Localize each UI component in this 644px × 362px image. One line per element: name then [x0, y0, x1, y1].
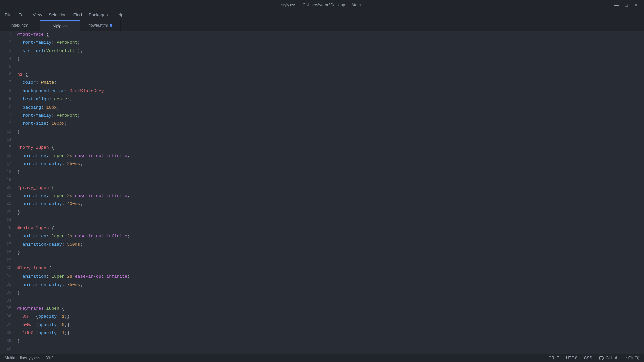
- code-line-32: 32 animation-delay: 750ms;: [0, 281, 322, 289]
- code-line-5: 5: [0, 64, 322, 71]
- code-line-11: 11 font-family: VeroFont;: [0, 112, 322, 120]
- code-line-4: 4 }: [0, 55, 322, 63]
- tab-flower-html[interactable]: flower.html: [80, 20, 121, 31]
- editor-pane-right: [322, 31, 644, 354]
- status-line-ending[interactable]: CRLF: [547, 355, 560, 361]
- status-cursor-position[interactable]: 39:2: [44, 355, 55, 361]
- tab-label-flower-html: flower.html: [89, 23, 108, 28]
- menu-edit[interactable]: Edit: [15, 11, 29, 19]
- status-git[interactable]: ↑ Git (0): [624, 355, 641, 361]
- status-github[interactable]: GitHub: [598, 355, 620, 361]
- code-area: 1 @font-face { 2 font-family: VeroFont; …: [0, 31, 322, 354]
- code-line-35: 35 @keyframes lupen {: [0, 305, 322, 313]
- editor-pane-left[interactable]: 1 @font-face { 2 font-family: VeroFont; …: [0, 31, 322, 354]
- code-line-10: 10 padding: 10px;: [0, 104, 322, 112]
- code-line-3: 3 src: url(VeroFont.ttf);: [0, 47, 322, 55]
- code-line-8: 8 background-color: DarkSlateGrey;: [0, 87, 322, 96]
- tab-styly-css[interactable]: styly.css: [40, 20, 80, 31]
- tab-label-styly-css: styly.css: [53, 23, 67, 28]
- code-line-6: 6 h1 {: [0, 71, 322, 79]
- status-file-path[interactable]: Multimedia\styly.css: [3, 355, 42, 361]
- title-bar-text: styly.css — C:\Users\veron\Desktop — Ato…: [30, 3, 612, 7]
- menu-view[interactable]: View: [29, 11, 45, 19]
- menu-bar: File Edit View Selection Find Packages H…: [0, 10, 644, 20]
- menu-find[interactable]: Find: [70, 11, 85, 19]
- code-line-2: 2 font-family: VeroFont;: [0, 39, 322, 47]
- code-line-9: 9 text-align: center;: [0, 96, 322, 104]
- code-line-17: 17 animation-delay: 250ms;: [0, 160, 322, 168]
- tab-bar: index.html styly.css flower.html: [0, 20, 644, 31]
- code-line-30: 30 #lavy_lupen {: [0, 265, 322, 273]
- status-syntax[interactable]: CSS: [583, 355, 594, 361]
- status-encoding[interactable]: UTF-8: [565, 355, 579, 361]
- tab-modified-dot: [110, 24, 112, 27]
- code-line-28: 28 }: [0, 249, 322, 257]
- code-line-33: 33 }: [0, 289, 322, 297]
- menu-packages[interactable]: Packages: [85, 11, 111, 19]
- menu-selection[interactable]: Selection: [45, 11, 70, 19]
- code-line-23: 23 }: [0, 209, 322, 217]
- code-line-16: 16 animation: lupen 2s ease-in-out infin…: [0, 152, 322, 160]
- code-line-1: 1 @font-face {: [0, 31, 322, 39]
- code-line-14: 14: [0, 136, 322, 144]
- code-line-36: 36 0% {opacity: 1;}: [0, 313, 322, 321]
- status-bar-left: Multimedia\styly.css 39:2: [3, 355, 55, 361]
- menu-help[interactable]: Help: [111, 11, 127, 19]
- code-line-34: 34: [0, 297, 322, 305]
- status-bar: Multimedia\styly.css 39:2 CRLF UTF-8 CSS…: [0, 354, 644, 362]
- code-line-12: 12 font-size: 100px;: [0, 120, 322, 128]
- code-line-39: 39 }: [0, 338, 322, 346]
- tab-index-html[interactable]: index.html: [0, 20, 40, 31]
- menu-file[interactable]: File: [1, 11, 15, 19]
- close-button[interactable]: ✕: [632, 2, 641, 8]
- code-line-15: 15 #horny_lupen {: [0, 144, 322, 152]
- status-bar-right: CRLF UTF-8 CSS GitHub ↑ Git (0): [547, 355, 641, 361]
- code-line-20: 20 #pravy_lupen {: [0, 184, 322, 192]
- code-line-19: 19: [0, 177, 322, 184]
- title-bar-controls: — □ ✕: [612, 2, 641, 8]
- code-line-22: 22 animation-delay: 400ms;: [0, 200, 322, 208]
- code-line-18: 18 }: [0, 169, 322, 177]
- code-line-26: 26 animation: lupen 2s ease-in-out infin…: [0, 233, 322, 241]
- code-line-40: 40: [0, 346, 322, 354]
- code-line-24: 24: [0, 217, 322, 225]
- code-line-38: 38 100% {opacity: 1;}: [0, 329, 322, 338]
- code-line-29: 29: [0, 257, 322, 265]
- minimize-button[interactable]: —: [612, 2, 621, 8]
- editor-container: 1 @font-face { 2 font-family: VeroFont; …: [0, 31, 644, 354]
- tab-label-index-html: index.html: [11, 23, 29, 28]
- code-line-37: 37 50% {opacity: 0;}: [0, 321, 322, 329]
- maximize-button[interactable]: □: [622, 2, 631, 8]
- code-line-13: 13 }: [0, 128, 322, 136]
- code-line-27: 27 animation-delay: 550ms;: [0, 241, 322, 249]
- code-line-7: 7 color: white;: [0, 79, 322, 87]
- code-line-21: 21 animation: lupen 2s ease-in-out infin…: [0, 192, 322, 200]
- code-line-25: 25 #dolny_lupen {: [0, 225, 322, 233]
- code-line-31: 31 animation: lupen 2s ease-in-out infin…: [0, 273, 322, 281]
- title-bar: styly.css — C:\Users\veron\Desktop — Ato…: [0, 0, 644, 10]
